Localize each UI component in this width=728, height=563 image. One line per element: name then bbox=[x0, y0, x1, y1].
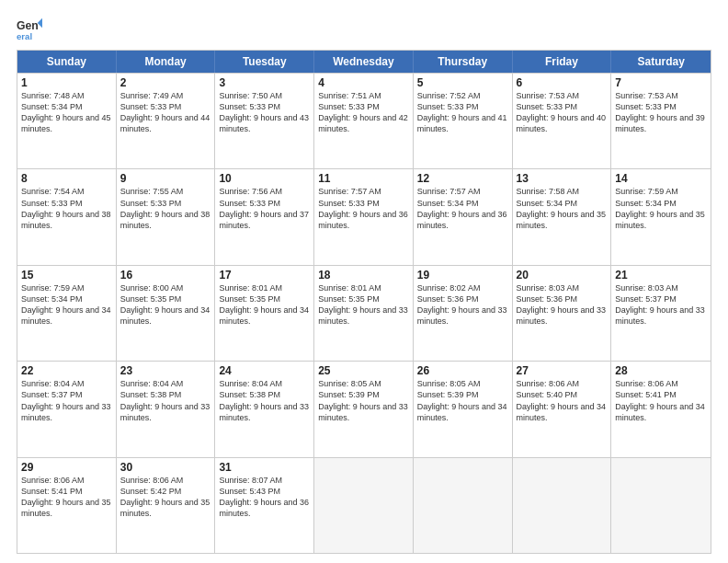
cell-info: Sunrise: 7:52 AMSunset: 5:33 PMDaylight:… bbox=[417, 90, 508, 135]
table-row: 6Sunrise: 7:53 AMSunset: 5:33 PMDaylight… bbox=[513, 74, 612, 168]
table-row: 30Sunrise: 8:06 AMSunset: 5:42 PMDayligh… bbox=[117, 458, 216, 553]
day-number: 28 bbox=[615, 364, 707, 377]
calendar-row-5: 29Sunrise: 8:06 AMSunset: 5:41 PMDayligh… bbox=[17, 457, 711, 553]
day-number: 9 bbox=[120, 172, 211, 185]
calendar-row-1: 1Sunrise: 7:48 AMSunset: 5:34 PMDaylight… bbox=[17, 73, 711, 168]
cell-info: Sunrise: 7:55 AMSunset: 5:33 PMDaylight:… bbox=[120, 186, 211, 231]
cell-info: Sunrise: 8:04 AMSunset: 5:38 PMDaylight:… bbox=[120, 378, 211, 423]
table-row bbox=[611, 458, 711, 553]
day-number: 20 bbox=[517, 269, 608, 282]
table-row: 18Sunrise: 8:01 AMSunset: 5:35 PMDayligh… bbox=[314, 266, 414, 361]
table-row: 25Sunrise: 8:05 AMSunset: 5:39 PMDayligh… bbox=[314, 362, 414, 456]
cell-info: Sunrise: 8:07 AMSunset: 5:43 PMDaylight:… bbox=[219, 475, 310, 520]
day-number: 23 bbox=[120, 364, 211, 377]
table-row: 31Sunrise: 8:07 AMSunset: 5:43 PMDayligh… bbox=[215, 458, 314, 553]
cell-info: Sunrise: 7:49 AMSunset: 5:33 PMDaylight:… bbox=[120, 90, 211, 135]
cell-info: Sunrise: 7:59 AMSunset: 5:34 PMDaylight:… bbox=[615, 186, 707, 231]
cell-info: Sunrise: 7:53 AMSunset: 5:33 PMDaylight:… bbox=[615, 90, 707, 135]
cell-info: Sunrise: 8:04 AMSunset: 5:38 PMDaylight:… bbox=[219, 378, 310, 423]
calendar-row-3: 15Sunrise: 7:59 AMSunset: 5:34 PMDayligh… bbox=[17, 265, 711, 361]
cell-info: Sunrise: 7:48 AMSunset: 5:34 PMDaylight:… bbox=[21, 90, 112, 135]
cell-info: Sunrise: 8:05 AMSunset: 5:39 PMDaylight:… bbox=[318, 378, 409, 423]
table-row: 13Sunrise: 7:58 AMSunset: 5:34 PMDayligh… bbox=[513, 169, 612, 264]
cell-info: Sunrise: 7:57 AMSunset: 5:34 PMDaylight:… bbox=[417, 186, 508, 231]
table-row: 9Sunrise: 7:55 AMSunset: 5:33 PMDaylight… bbox=[117, 169, 216, 264]
cell-info: Sunrise: 7:57 AMSunset: 5:33 PMDaylight:… bbox=[318, 186, 409, 231]
table-row: 27Sunrise: 8:06 AMSunset: 5:40 PMDayligh… bbox=[513, 362, 612, 456]
cell-info: Sunrise: 7:51 AMSunset: 5:33 PMDaylight:… bbox=[318, 90, 409, 135]
cell-info: Sunrise: 8:03 AMSunset: 5:36 PMDaylight:… bbox=[517, 282, 608, 327]
day-number: 2 bbox=[120, 76, 211, 89]
cell-info: Sunrise: 8:06 AMSunset: 5:41 PMDaylight:… bbox=[615, 378, 707, 423]
header-day-sunday: Sunday bbox=[17, 51, 117, 73]
cell-info: Sunrise: 8:01 AMSunset: 5:35 PMDaylight:… bbox=[318, 282, 409, 327]
day-number: 5 bbox=[417, 76, 508, 89]
table-row: 8Sunrise: 7:54 AMSunset: 5:33 PMDaylight… bbox=[17, 169, 117, 264]
day-number: 27 bbox=[517, 364, 608, 377]
calendar-header: SundayMondayTuesdayWednesdayThursdayFrid… bbox=[17, 51, 711, 73]
day-number: 1 bbox=[21, 76, 112, 89]
day-number: 15 bbox=[21, 269, 112, 282]
calendar-row-2: 8Sunrise: 7:54 AMSunset: 5:33 PMDaylight… bbox=[17, 168, 711, 264]
day-number: 30 bbox=[120, 461, 211, 474]
day-number: 8 bbox=[21, 172, 112, 185]
calendar-row-4: 22Sunrise: 8:04 AMSunset: 5:37 PMDayligh… bbox=[17, 361, 711, 456]
table-row: 22Sunrise: 8:04 AMSunset: 5:37 PMDayligh… bbox=[17, 362, 117, 456]
cell-info: Sunrise: 8:01 AMSunset: 5:35 PMDaylight:… bbox=[219, 282, 310, 327]
cell-info: Sunrise: 8:03 AMSunset: 5:37 PMDaylight:… bbox=[615, 282, 707, 327]
table-row: 29Sunrise: 8:06 AMSunset: 5:41 PMDayligh… bbox=[17, 458, 117, 553]
day-number: 6 bbox=[517, 76, 608, 89]
table-row: 10Sunrise: 7:56 AMSunset: 5:33 PMDayligh… bbox=[215, 169, 314, 264]
table-row: 3Sunrise: 7:50 AMSunset: 5:33 PMDaylight… bbox=[215, 74, 314, 168]
table-row: 4Sunrise: 7:51 AMSunset: 5:33 PMDaylight… bbox=[314, 74, 414, 168]
day-number: 17 bbox=[219, 269, 310, 282]
logo: Gen eral bbox=[17, 17, 46, 42]
table-row bbox=[414, 458, 513, 553]
day-number: 24 bbox=[219, 364, 310, 377]
day-number: 3 bbox=[219, 76, 310, 89]
day-number: 18 bbox=[318, 269, 409, 282]
cell-info: Sunrise: 8:04 AMSunset: 5:37 PMDaylight:… bbox=[21, 378, 112, 423]
logo-icon: Gen eral bbox=[17, 17, 42, 42]
page-header: Gen eral bbox=[17, 17, 711, 42]
header-day-saturday: Saturday bbox=[611, 51, 711, 73]
table-row bbox=[314, 458, 414, 553]
table-row: 1Sunrise: 7:48 AMSunset: 5:34 PMDaylight… bbox=[17, 74, 117, 168]
day-number: 11 bbox=[318, 172, 409, 185]
day-number: 16 bbox=[120, 269, 211, 282]
table-row: 5Sunrise: 7:52 AMSunset: 5:33 PMDaylight… bbox=[414, 74, 513, 168]
cell-info: Sunrise: 7:58 AMSunset: 5:34 PMDaylight:… bbox=[517, 186, 608, 231]
day-number: 4 bbox=[318, 76, 409, 89]
table-row: 17Sunrise: 8:01 AMSunset: 5:35 PMDayligh… bbox=[215, 266, 314, 361]
table-row: 15Sunrise: 7:59 AMSunset: 5:34 PMDayligh… bbox=[17, 266, 117, 361]
cell-info: Sunrise: 8:05 AMSunset: 5:39 PMDaylight:… bbox=[417, 378, 508, 423]
day-number: 14 bbox=[615, 172, 707, 185]
table-row: 19Sunrise: 8:02 AMSunset: 5:36 PMDayligh… bbox=[414, 266, 513, 361]
day-number: 31 bbox=[219, 461, 310, 474]
table-row: 20Sunrise: 8:03 AMSunset: 5:36 PMDayligh… bbox=[513, 266, 612, 361]
cell-info: Sunrise: 8:02 AMSunset: 5:36 PMDaylight:… bbox=[417, 282, 508, 327]
table-row: 11Sunrise: 7:57 AMSunset: 5:33 PMDayligh… bbox=[314, 169, 414, 264]
header-day-monday: Monday bbox=[117, 51, 216, 73]
cell-info: Sunrise: 8:06 AMSunset: 5:42 PMDaylight:… bbox=[120, 475, 211, 520]
header-day-friday: Friday bbox=[513, 51, 612, 73]
day-number: 29 bbox=[21, 461, 112, 474]
cell-info: Sunrise: 8:06 AMSunset: 5:41 PMDaylight:… bbox=[21, 475, 112, 520]
table-row: 26Sunrise: 8:05 AMSunset: 5:39 PMDayligh… bbox=[414, 362, 513, 456]
cell-info: Sunrise: 7:59 AMSunset: 5:34 PMDaylight:… bbox=[21, 282, 112, 327]
table-row: 7Sunrise: 7:53 AMSunset: 5:33 PMDaylight… bbox=[611, 74, 711, 168]
table-row: 16Sunrise: 8:00 AMSunset: 5:35 PMDayligh… bbox=[117, 266, 216, 361]
day-number: 19 bbox=[417, 269, 508, 282]
day-number: 12 bbox=[417, 172, 508, 185]
day-number: 7 bbox=[615, 76, 707, 89]
calendar-body: 1Sunrise: 7:48 AMSunset: 5:34 PMDaylight… bbox=[17, 73, 711, 553]
day-number: 21 bbox=[615, 269, 707, 282]
table-row: 23Sunrise: 8:04 AMSunset: 5:38 PMDayligh… bbox=[117, 362, 216, 456]
table-row: 21Sunrise: 8:03 AMSunset: 5:37 PMDayligh… bbox=[611, 266, 711, 361]
header-day-tuesday: Tuesday bbox=[215, 51, 314, 73]
svg-text:eral: eral bbox=[17, 31, 32, 41]
cell-info: Sunrise: 8:00 AMSunset: 5:35 PMDaylight:… bbox=[120, 282, 211, 327]
table-row: 14Sunrise: 7:59 AMSunset: 5:34 PMDayligh… bbox=[611, 169, 711, 264]
table-row: 12Sunrise: 7:57 AMSunset: 5:34 PMDayligh… bbox=[414, 169, 513, 264]
table-row: 24Sunrise: 8:04 AMSunset: 5:38 PMDayligh… bbox=[215, 362, 314, 456]
